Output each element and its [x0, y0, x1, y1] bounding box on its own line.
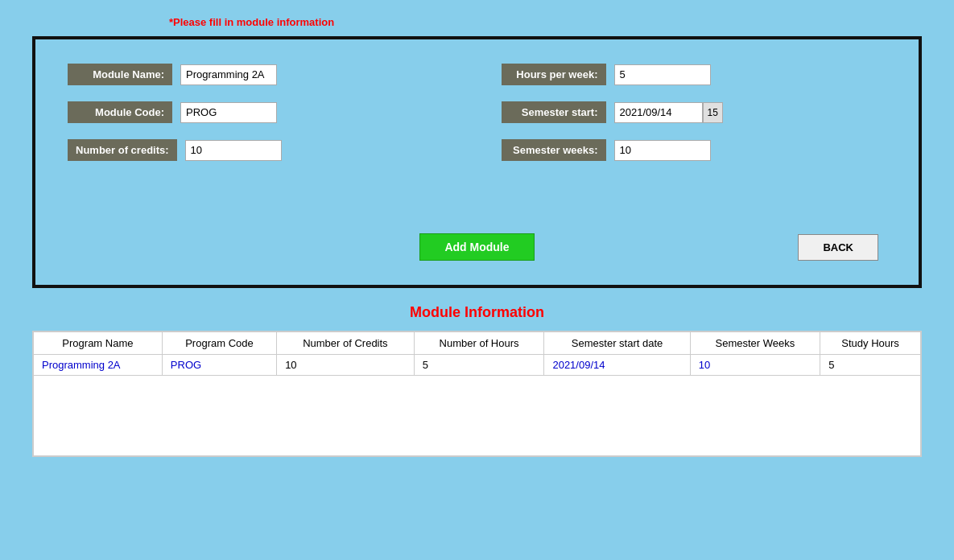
cell-semester-start: 2021/09/14	[544, 355, 690, 376]
col-semester-start: Semester start date	[544, 332, 690, 355]
add-module-button[interactable]: Add Module	[419, 233, 534, 261]
col-semester-weeks: Semester Weeks	[690, 332, 820, 355]
col-study-hours: Study Hours	[820, 332, 921, 355]
form-panel: Module Name: Module Code: Number of cred…	[32, 36, 922, 288]
semester-start-label: Semester start:	[502, 101, 606, 123]
module-name-input[interactable]	[180, 64, 277, 85]
semester-start-input[interactable]	[614, 102, 703, 123]
cell-program-code: PROG	[162, 355, 276, 376]
table-container: Program Name Program Code Number of Cred…	[32, 331, 922, 457]
col-number-credits: Number of Credits	[277, 332, 415, 355]
semester-start-row: Semester start: 15	[502, 101, 887, 123]
col-program-code: Program Code	[162, 332, 276, 355]
cell-program-name: Programming 2A	[34, 355, 163, 376]
hours-per-week-label: Hours per week:	[502, 64, 606, 85]
cell-study-hours: 5	[820, 355, 921, 376]
number-credits-label: Number of credits:	[68, 139, 177, 161]
module-name-label: Module Name:	[68, 64, 172, 85]
cell-number-hours: 5	[414, 355, 544, 376]
date-input-wrapper: 15	[614, 102, 723, 123]
cell-semester-weeks: 10	[690, 355, 820, 376]
validation-message: *Please fill in module information	[32, 16, 922, 28]
module-code-input[interactable]	[180, 102, 277, 123]
date-picker-button[interactable]: 15	[703, 102, 723, 123]
button-row: Add Module BACK	[68, 233, 886, 261]
hours-per-week-row: Hours per week:	[502, 64, 887, 85]
col-program-name: Program Name	[34, 332, 163, 355]
cell-number-credits: 10	[277, 355, 415, 376]
table-header-row: Program Name Program Code Number of Cred…	[34, 332, 921, 355]
number-credits-row: Number of credits:	[68, 139, 453, 161]
module-name-row: Module Name:	[68, 64, 453, 85]
module-table: Program Name Program Code Number of Cred…	[33, 331, 921, 456]
semester-weeks-input[interactable]	[614, 140, 711, 161]
empty-row	[34, 376, 921, 456]
number-credits-input[interactable]	[185, 140, 282, 161]
table-row: Programming 2A PROG 10 5 2021/09/14 10 5	[34, 355, 921, 376]
module-code-row: Module Code:	[68, 101, 453, 123]
back-button[interactable]: BACK	[798, 234, 878, 261]
module-code-label: Module Code:	[68, 101, 172, 123]
semester-weeks-label: Semester weeks:	[502, 139, 606, 161]
module-information-section: Module Information Program Name Program …	[32, 304, 922, 457]
section-title: Module Information	[32, 304, 922, 321]
col-number-hours: Number of Hours	[414, 332, 544, 355]
semester-weeks-row: Semester weeks:	[502, 139, 887, 161]
hours-per-week-input[interactable]	[614, 64, 711, 85]
